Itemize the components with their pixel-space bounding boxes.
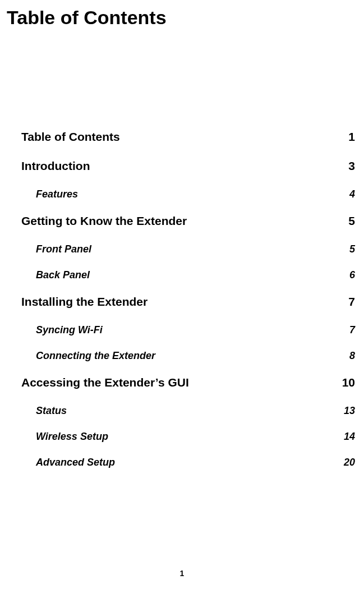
- toc-subentry-status: Status 13: [21, 405, 355, 417]
- toc-entry-label: Getting to Know the Extender: [21, 214, 187, 228]
- toc-entry-page: 10: [342, 376, 355, 389]
- toc-group: Getting to Know the Extender 5 Front Pan…: [21, 214, 355, 281]
- page-title: Table of Contents: [7, 7, 167, 29]
- toc-subentry-back-panel: Back Panel 6: [21, 269, 355, 281]
- toc-entry-page: 1: [348, 130, 355, 144]
- toc-subentry-page: 6: [349, 269, 355, 281]
- toc-subentry-page: 4: [349, 188, 355, 200]
- toc-subentry-connecting: Connecting the Extender 8: [21, 350, 355, 362]
- toc-subentry-features: Features 4: [21, 188, 355, 200]
- toc-entry-page: 7: [348, 295, 355, 309]
- toc-entry-getting-to-know: Getting to Know the Extender 5: [21, 214, 355, 228]
- toc-entry-label: Accessing the Extender’s GUI: [21, 376, 189, 389]
- toc-subentry-label: Wireless Setup: [36, 431, 108, 443]
- toc-entry-accessing-gui: Accessing the Extender’s GUI 10: [21, 376, 355, 389]
- toc-entry-introduction: Introduction 3: [21, 159, 355, 173]
- toc-subentry-label: Front Panel: [36, 243, 91, 255]
- toc-subentry-advanced-setup: Advanced Setup 20: [21, 457, 355, 468]
- toc-entry-installing: Installing the Extender 7: [21, 295, 355, 309]
- toc-subentry-syncing-wifi: Syncing Wi-Fi 7: [21, 324, 355, 336]
- toc-group: Installing the Extender 7 Syncing Wi-Fi …: [21, 295, 355, 362]
- toc-subentry-page: 8: [349, 350, 355, 362]
- toc-subentry-label: Syncing Wi-Fi: [36, 324, 103, 336]
- page-number: 1: [0, 569, 364, 578]
- toc-subentry-label: Features: [36, 188, 78, 200]
- toc-entry-label: Installing the Extender: [21, 295, 148, 309]
- toc-group: Introduction 3 Features 4: [21, 159, 355, 200]
- toc-entry-table-of-contents: Table of Contents 1: [21, 130, 355, 144]
- toc-subentry-page: 5: [349, 243, 355, 255]
- toc-entry-page: 3: [348, 159, 355, 173]
- toc-entry-label: Introduction: [21, 159, 90, 173]
- toc-entry-page: 5: [348, 214, 355, 228]
- toc-subentry-page: 20: [344, 457, 355, 468]
- toc-subentry-page: 13: [344, 405, 355, 417]
- toc-subentry-wireless-setup: Wireless Setup 14: [21, 431, 355, 443]
- toc-subentry-label: Back Panel: [36, 269, 90, 281]
- toc-subentry-front-panel: Front Panel 5: [21, 243, 355, 255]
- toc-group: Table of Contents 1: [21, 130, 355, 144]
- toc-subentry-label: Advanced Setup: [36, 457, 115, 468]
- toc-subentry-page: 14: [344, 431, 355, 443]
- toc-subentry-label: Connecting the Extender: [36, 350, 155, 362]
- toc-group: Accessing the Extender’s GUI 10 Status 1…: [21, 376, 355, 468]
- toc-subentry-label: Status: [36, 405, 67, 417]
- toc-entry-label: Table of Contents: [21, 130, 120, 144]
- toc-container: Table of Contents 1 Introduction 3 Featu…: [21, 130, 355, 482]
- toc-subentry-page: 7: [349, 324, 355, 336]
